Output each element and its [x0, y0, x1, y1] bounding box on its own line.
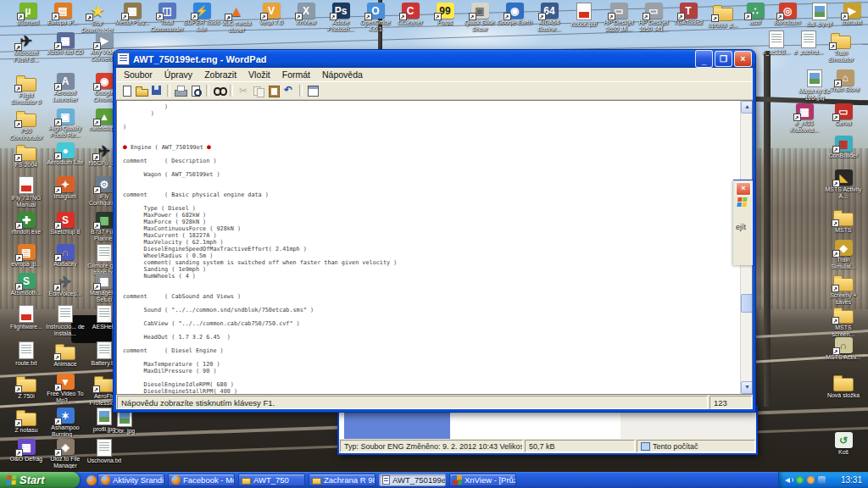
close-button[interactable]: ×: [734, 51, 752, 67]
taskbar-button-facebook-mozil[interactable]: Facebook - Mozil...: [168, 474, 235, 486]
title-bar[interactable]: AWT_750199et.eng - WordPad _ ❐ ×: [114, 50, 755, 68]
desktop-icon-msts-screen[interactable]: ↗MSTS screen...: [824, 305, 863, 337]
desktop-icon-vega-7-0[interactable]: V↗Vega 7.0: [252, 3, 291, 26]
desktop-icon-star-downloader[interactable]: ★↗Star Downloader: [78, 3, 117, 33]
desktop-icon-f50-configurator[interactable]: ↗F50 Configurator: [7, 108, 46, 141]
desktop-icon-animace[interactable]: ↗Animace: [46, 341, 85, 368]
desktop-icon-z-notasu[interactable]: ↗Z notasu: [7, 408, 46, 434]
desktop-icon-train-store[interactable]: ⌂↗Train Store: [826, 69, 865, 93]
desktop-icon-tran-avi[interactable]: ▶↗tran.avi: [832, 3, 868, 26]
scroll-down-arrow[interactable]: ▼: [741, 381, 753, 394]
copy-toolbar-icon[interactable]: [251, 84, 266, 97]
maximize-button[interactable]: ❐: [715, 51, 732, 67]
desktop-icon-audacity[interactable]: ∩↗Audacity: [46, 244, 85, 268]
desktop-icon-xnview[interactable]: X↗XnView: [287, 3, 326, 26]
document-text[interactable]: ) ) ) ● Engine ( AWT_750199et ● comment …: [117, 101, 741, 394]
date-toolbar-icon[interactable]: [305, 84, 320, 97]
desktop-icon-ko[interactable]: ↺Koš: [824, 432, 863, 456]
menu-soubor[interactable]: Soubor: [118, 69, 159, 80]
minimize-button[interactable]: _: [695, 50, 713, 68]
print-toolbar-icon[interactable]: [173, 84, 188, 97]
desktop-icon-obr-jpg[interactable]: Obr..jpg: [105, 409, 144, 435]
tray-orange-icon[interactable]: [807, 476, 815, 484]
taskbar-button-aktivity-srandik32[interactable]: Aktivity Srandik32...: [97, 474, 164, 486]
desktop-icon-tgatools2[interactable]: T↗TGATools2: [669, 3, 708, 26]
desktop-icon-hp-deskjet-1050-j41[interactable]: ▭↗HP Deskjet 1050 J41...: [634, 3, 673, 32]
desktop-icon-aerodium-lite[interactable]: ●↗Aerodium Lite: [46, 142, 85, 166]
desktop-icon-aida64-busine[interactable]: 64↗AIDA64 Busine...: [530, 3, 569, 32]
desktop-icon-ashampoo-burning[interactable]: ✶↗Ashampoo Burning ...: [46, 408, 85, 437]
desktop-icon-imagium[interactable]: ✦↗Imagium: [46, 176, 85, 200]
desktop-icon-torrent[interactable]: µ↗µTorrent: [8, 3, 47, 26]
desktop-icon-quick-slide-show[interactable]: ▣↗Quick Slide Show: [460, 3, 499, 32]
selected-file-highlight[interactable]: [344, 412, 450, 440]
desktop-icon-google-earth[interactable]: ◉↗Google Earth: [495, 3, 534, 26]
desktop-icon-o-o-defrag[interactable]: ▦↗O&O Defrag: [7, 439, 46, 463]
menu-upravy[interactable]: Úpravy: [159, 69, 198, 80]
taskbar-button-awt-750[interactable]: AWT_750: [238, 474, 305, 486]
desktop-icon-ifly-737ng-manual[interactable]: iFly 737NG Manual: [7, 176, 46, 208]
find-toolbar-icon[interactable]: [212, 84, 227, 97]
desktop-icon-free-video-to-mp3[interactable]: ▼↗Free Video To Mp3 ...: [46, 374, 85, 403]
desktop-icon-nov-slo-ka[interactable]: Nová složka: [824, 373, 863, 399]
undo-toolbar-icon[interactable]: [281, 84, 297, 97]
desktop-icon-uschovna-txt[interactable]: Uschovna.txt: [85, 439, 124, 464]
desktop-icon-microsoft-flight-s[interactable]: ✈↗Microsoft Flight S...: [7, 32, 46, 63]
menu-napoveda[interactable]: Nápověda: [316, 69, 369, 80]
desktop-icon-sketchup-8[interactable]: S↗Sketchup 8: [46, 212, 85, 236]
volume-icon[interactable]: [785, 476, 793, 484]
open-toolbar-icon[interactable]: [134, 84, 149, 97]
desktop-icon-j-zdn-d-d[interactable]: ▦↗Jízdní řád ČD: [46, 32, 85, 56]
desktop-icon-editvoicep[interactable]: ✈↗EditVoicep...: [46, 273, 85, 297]
scrollbar-thumb[interactable]: [741, 294, 753, 313]
desktop-icon-media-play[interactable]: ▦↗Media Play...: [113, 3, 152, 26]
desktop-icon-fs-2004[interactable]: ↗FS 2004: [7, 142, 46, 169]
desktop-icon-evropa-p[interactable]: ▤↗evropa_p...: [7, 244, 46, 268]
desktop-icon-conbuilder[interactable]: ▦↗ConBuilder: [824, 136, 863, 159]
taskbar-button-awt-750199et-e[interactable]: AWT_750199et.e...: [379, 474, 446, 486]
start-button[interactable]: Start: [0, 472, 80, 488]
taskbar-button-xnview-pr-zku[interactable]: XnView - [Průzku...: [449, 474, 516, 486]
desktop-icon-hp-deskjet-3650-ja[interactable]: ▭↗HP Deskjet 3650 JA...: [599, 3, 638, 32]
menu-vlozit[interactable]: Vložit: [242, 69, 276, 80]
desktop-icon-aerosoft-launcher[interactable]: A↗Aerosoft Launcher: [46, 73, 85, 103]
desktop-icon-cerva[interactable]: ▭↗Cerva: [824, 103, 863, 127]
desktop-icon-rfindon-exe[interactable]: ✚↗rfindon.exe: [7, 212, 46, 236]
preview-toolbar-icon[interactable]: [188, 84, 203, 97]
desktop-icon-adobe-photosh[interactable]: Ps↗Adobe Photosh...: [321, 3, 360, 32]
desktop-icon-vlc-media-player[interactable]: ▲↗VLC media player: [217, 3, 256, 33]
desktop-icon-msts[interactable]: ↗MSTS: [824, 208, 863, 234]
desktop-icon-screeny-saves[interactable]: ↗Screeny + saves: [824, 273, 863, 305]
new-toolbar-icon[interactable]: [119, 84, 134, 97]
desktop-icon-train-simulat[interactable]: ◆↗Train Simulat...: [824, 240, 863, 269]
menu-zobrazit[interactable]: Zobrazit: [198, 69, 242, 80]
desktop-icon-evropa-p[interactable]: ▤↗Evropa_P...: [43, 3, 82, 26]
desktop-icon-instruccio-de-instala[interactable]: Instruccio... de instala...: [46, 305, 85, 336]
taskbar-button-zachrana-r-981[interactable]: Zachrana R 981: [309, 474, 376, 486]
quick-launch-firefox-icon[interactable]: [86, 475, 97, 485]
desktop-icon-flightware[interactable]: Flightware...: [7, 305, 46, 330]
desktop-icon-route-txt[interactable]: route.txt: [7, 341, 46, 367]
scroll-up-arrow[interactable]: ▲: [741, 101, 753, 114]
desktop-icon-z-750i[interactable]: ↗Z 750i: [7, 374, 46, 400]
desktop-icon-ccleaner[interactable]: C↗CCleaner: [391, 3, 430, 26]
sliver-close-button[interactable]: ×: [736, 182, 751, 196]
desktop-icon-flight-simulator-9[interactable]: ↗Flight Simulator 9: [7, 73, 46, 105]
desktop-icon-e-r431-kralovna[interactable]: ▦↗e_r431 Kralovna...: [785, 103, 824, 133]
desktop-icon-total-commander[interactable]: ◫↗Total Commander: [147, 3, 186, 32]
desktop-icon-msts-activity-a[interactable]: ◣↗MSTS Activity A...: [824, 169, 863, 199]
save-toolbar-icon[interactable]: [149, 84, 164, 97]
network-icon[interactable]: [818, 476, 826, 484]
desktop-icon-aismooth[interactable]: S↗AISmooth...: [7, 273, 46, 297]
desktop-icon-msts-activ[interactable]: ∩↗MSTS Activ...: [824, 337, 863, 361]
paste-toolbar-icon[interactable]: [266, 84, 281, 97]
cut-toolbar-icon[interactable]: [236, 84, 251, 97]
desktop-icon-fraps[interactable]: 99↗Fraps: [426, 3, 465, 26]
desktop-icon-notice-pdf[interactable]: notice.pdf: [565, 3, 604, 28]
desktop-icon-train-simulator[interactable]: ↗Train Simulator: [821, 30, 860, 63]
desktop-icon-ulo-to-file-manager[interactable]: ◈↗Ulož.to File Manager: [46, 439, 85, 469]
desktop-icon-super-tools-lite[interactable]: ⚡↗SUPER Tools Lite: [182, 3, 221, 32]
menu-format[interactable]: Formát: [276, 69, 316, 80]
document-area[interactable]: ) ) ) ● Engine ( AWT_750199et ● comment …: [116, 100, 753, 395]
tray-green-icon[interactable]: [796, 476, 804, 484]
